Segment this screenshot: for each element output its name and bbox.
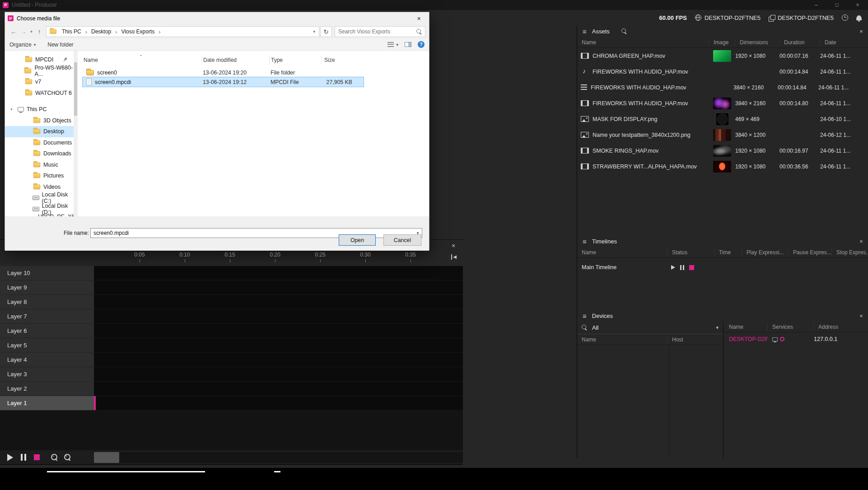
sidebar-item[interactable]: Local Disk (D:): [5, 204, 74, 215]
column-header-date-modified[interactable]: Date modified: [202, 56, 270, 65]
search-box[interactable]: [335, 26, 425, 37]
chevron-down-icon[interactable]: ▾: [716, 325, 719, 331]
zoom-in-icon[interactable]: +: [64, 453, 71, 461]
close-button[interactable]: ×: [847, 0, 868, 10]
asset-row[interactable]: MASK FOR DISPLAY.png 469 × 469 24-06-10 …: [577, 111, 868, 127]
time-ruler[interactable]: 0:05 0:10 0:15 0:20 0:25 0:30 0:35: [94, 252, 463, 266]
address-dropdown-icon[interactable]: ▾: [313, 29, 315, 34]
file-row[interactable]: screen0 13-06-2024 19:20 File folder: [83, 68, 364, 77]
sidebar-item[interactable]: Music: [5, 159, 74, 171]
layer-label[interactable]: Layer 10: [0, 266, 94, 280]
pause-icon[interactable]: [680, 265, 684, 270]
layer-label[interactable]: Layer 1: [0, 396, 94, 411]
column-header-name[interactable]: Name: [577, 336, 667, 343]
sidebar-item[interactable]: Pictures: [5, 170, 74, 182]
asset-row[interactable]: CHROMA GREEN_HAP.mov 1920 × 1080 00:00:0…: [577, 48, 868, 64]
layer-label[interactable]: Layer 2: [0, 382, 94, 396]
breadcrumb-segment[interactable]: This PC ›: [59, 28, 88, 35]
sidebar-item[interactable]: Local Disk (C:): [5, 192, 74, 204]
maximize-button[interactable]: □: [826, 0, 847, 10]
sidebar-item[interactable]: 3D Objects: [5, 115, 74, 126]
column-header-stop-expression[interactable]: Stop Expres...: [832, 249, 868, 256]
asset-row[interactable]: Name your testpattern_3840x1200.png 3840…: [577, 127, 868, 143]
device-row[interactable]: DESKTOP-D2FT 127.0.0.1: [723, 333, 868, 345]
stop-icon[interactable]: [34, 454, 40, 460]
pause-icon[interactable]: [21, 454, 26, 461]
history-chevron-icon[interactable]: ▾: [28, 26, 34, 37]
sidebar-item[interactable]: Downloads: [5, 148, 74, 159]
sidebar-item[interactable]: v7: [5, 76, 74, 88]
layer-track[interactable]: [94, 280, 463, 295]
preview-pane-icon[interactable]: [405, 42, 411, 47]
help-icon[interactable]: ?: [418, 41, 425, 48]
view-options-button[interactable]: ▾: [387, 42, 398, 47]
layer-track[interactable]: [94, 382, 463, 396]
devices-close-icon[interactable]: ×: [857, 312, 865, 320]
layer-label[interactable]: Layer 8: [0, 295, 94, 309]
asset-row[interactable]: FIREWORKS WITH AUDIO_HAP.mov 3840 × 2160…: [577, 95, 868, 111]
layer-label[interactable]: Layer 9: [0, 280, 94, 295]
asset-row[interactable]: FIREWORKS WITH AUDIO_HAP.mov 00:00:14.84…: [577, 64, 868, 79]
column-header-name[interactable]: Name: [723, 323, 768, 331]
asset-row[interactable]: FIREWORKS WITH AUDIO_HAP.mov 3840 × 2160…: [577, 79, 868, 95]
layer-track[interactable]: [94, 266, 463, 280]
dialog-close-icon[interactable]: ×: [409, 12, 429, 24]
column-header-dimensions[interactable]: Dimensions: [735, 39, 779, 46]
sidebar-item[interactable]: Desktop: [5, 126, 74, 137]
sidebar-item[interactable]: Pro-WS-W680-A...: [5, 65, 74, 77]
sidebar-item[interactable]: Videos: [5, 182, 74, 193]
assets-close-icon[interactable]: ×: [857, 27, 865, 35]
devices-filter[interactable]: All ▾: [577, 322, 723, 334]
column-header-time[interactable]: Time: [714, 249, 742, 256]
sidebar-item[interactable]: Documents: [5, 137, 74, 149]
panel-menu-icon[interactable]: ≡: [583, 28, 587, 35]
play-icon[interactable]: [671, 265, 675, 270]
search-icon[interactable]: [621, 28, 627, 34]
layer-track[interactable]: [94, 367, 463, 382]
column-header-services[interactable]: Services: [768, 323, 814, 331]
panel-menu-icon[interactable]: ≡: [583, 238, 587, 245]
sidebar-item[interactable]: WATCHOUT 6: [5, 88, 74, 99]
layer-label[interactable]: Layer 3: [0, 367, 94, 382]
column-header-duration[interactable]: Duration: [779, 39, 820, 46]
column-header-pause-expression[interactable]: Pause Expres...: [789, 249, 832, 256]
search-input[interactable]: [335, 27, 425, 37]
column-header-image[interactable]: Image: [709, 39, 735, 46]
cancel-button[interactable]: Cancel: [383, 234, 421, 246]
layer-track[interactable]: [94, 324, 463, 338]
layer-label[interactable]: Layer 5: [0, 338, 94, 353]
column-header-date[interactable]: Date: [820, 39, 868, 46]
sidebar-item[interactable]: MPCDI: [5, 54, 74, 65]
refresh-button[interactable]: ↻: [320, 26, 332, 37]
asset-row[interactable]: SMOKE RINGS_HAP.mov 1920 × 1080 00:00:16…: [577, 143, 868, 159]
layer-track[interactable]: [94, 396, 463, 411]
column-header-name[interactable]: Name: [577, 249, 667, 256]
timeline-close-icon[interactable]: ×: [449, 242, 457, 250]
forward-button[interactable]: →: [19, 26, 28, 37]
zoom-out-icon[interactable]: −: [51, 453, 58, 461]
asset-row[interactable]: STRAWBERRY WIT...ALPHA_HAPA.mov 1920 × 1…: [577, 159, 868, 174]
notifications-bell-icon[interactable]: [856, 15, 862, 20]
minimize-button[interactable]: –: [806, 0, 826, 10]
timeline-horizontal-scrollbar[interactable]: [94, 452, 463, 463]
play-icon[interactable]: [7, 454, 13, 461]
clock-icon[interactable]: [842, 14, 848, 21]
breadcrumb[interactable]: This PC › Desktop › Vioso Exports › ▾: [46, 26, 319, 37]
column-header-type[interactable]: Type: [270, 56, 322, 65]
column-header-host[interactable]: Host: [667, 336, 723, 343]
sidebar-item[interactable]: ▾ This PC: [5, 104, 74, 115]
layer-label[interactable]: Layer 4: [0, 353, 94, 367]
file-row[interactable]: screen0.mpcdi 13-06-2024 19:12 MPCDI Fil…: [83, 77, 364, 87]
layer-label[interactable]: Layer 6: [0, 324, 94, 338]
column-header-name[interactable]: Name: [577, 39, 709, 46]
scrollbar-thumb[interactable]: [74, 62, 77, 116]
breadcrumb-segment[interactable]: Desktop ›: [88, 28, 118, 35]
tree-chevron-icon[interactable]: ▾: [10, 107, 15, 112]
organize-button[interactable]: Organize ▾: [9, 42, 36, 48]
panel-menu-icon[interactable]: ≡: [583, 312, 587, 320]
layer-track[interactable]: [94, 338, 463, 353]
layer-label[interactable]: Layer 7: [0, 309, 94, 324]
layer-track[interactable]: [94, 353, 463, 367]
column-header-address[interactable]: Address: [814, 323, 868, 331]
layer-track[interactable]: [94, 295, 463, 309]
